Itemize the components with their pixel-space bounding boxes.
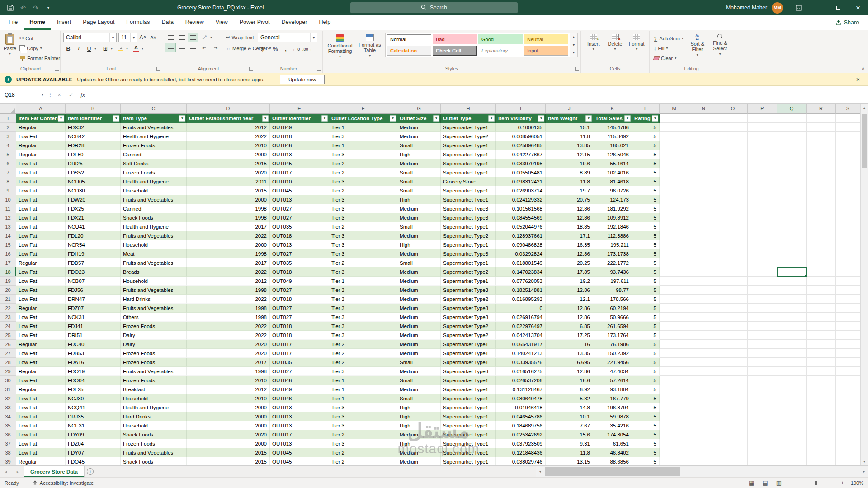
cell[interactable] (689, 304, 718, 313)
cell[interactable]: Tier 3 (329, 313, 397, 322)
cell[interactable]: Tier 3 (329, 231, 397, 240)
percent-style-button[interactable]: % (270, 44, 280, 54)
cell[interactable] (748, 412, 777, 421)
cell[interactable] (748, 286, 777, 295)
cell[interactable]: Medium (397, 123, 441, 132)
enter-entry-icon[interactable]: ✓ (65, 86, 77, 103)
cell[interactable] (718, 168, 748, 177)
cell[interactable] (718, 249, 748, 258)
insert-cells-button[interactable]: + Insert▾ (584, 33, 604, 52)
cell[interactable] (836, 349, 860, 358)
cell[interactable]: High (397, 421, 441, 430)
cell[interactable] (836, 430, 860, 439)
cell[interactable]: OUT027 (270, 249, 329, 258)
name-box-splitter[interactable]: ⋮ (47, 86, 53, 103)
cell[interactable] (660, 430, 689, 439)
cell[interactable]: NCK31 (66, 313, 121, 322)
cell[interactable] (777, 394, 807, 403)
cell[interactable] (660, 439, 689, 448)
row-header-1[interactable]: 1 (0, 114, 16, 123)
row-header-20[interactable]: 20 (0, 286, 16, 295)
cell[interactable] (718, 439, 748, 448)
cell[interactable]: Supermarket Type1 (441, 141, 496, 150)
cell[interactable]: Supermarket Type1 (441, 403, 496, 412)
cell[interactable]: 5 (632, 412, 660, 421)
cell[interactable]: Low Fat (16, 195, 66, 204)
row-header-9[interactable]: 9 (0, 186, 16, 195)
cell[interactable]: OUT046 (270, 376, 329, 385)
cell[interactable]: Snack Foods (121, 430, 187, 439)
cell[interactable]: 0.005505481 (496, 168, 546, 177)
cell[interactable]: 0.131128467 (496, 385, 546, 394)
italic-button[interactable]: I (74, 44, 84, 53)
cell[interactable] (807, 385, 836, 394)
cell[interactable] (718, 340, 748, 349)
menu-item-view[interactable]: View (210, 15, 234, 30)
cell[interactable]: Medium (397, 340, 441, 349)
cell[interactable] (777, 295, 807, 304)
cell[interactable] (777, 457, 807, 465)
cell[interactable]: Medium (397, 295, 441, 304)
row-header-5[interactable]: 5 (0, 150, 16, 159)
column-header-Q[interactable]: Q (777, 104, 807, 114)
cell[interactable]: Small (397, 177, 441, 186)
row-header-12[interactable]: 12 (0, 213, 16, 222)
cell[interactable]: 5 (632, 448, 660, 457)
cell[interactable]: Low Fat (16, 132, 66, 141)
row-header-38[interactable]: 38 (0, 448, 16, 457)
cell[interactable]: High (397, 412, 441, 421)
cell[interactable]: 12.86 (546, 313, 593, 322)
cell[interactable]: OUT018 (270, 331, 329, 340)
cell[interactable] (748, 439, 777, 448)
cell[interactable]: 2010 (187, 141, 270, 150)
cell[interactable]: Low Fat (16, 358, 66, 367)
cell[interactable] (748, 159, 777, 168)
cell[interactable]: 5 (632, 403, 660, 412)
cell[interactable] (777, 213, 807, 222)
align-center-button[interactable] (176, 43, 187, 52)
cell[interactable]: Low Fat (16, 277, 66, 286)
cell[interactable]: 102.4016 (593, 168, 632, 177)
cell[interactable] (718, 385, 748, 394)
cell[interactable] (777, 240, 807, 249)
cell[interactable] (807, 267, 836, 277)
cell[interactable]: 5 (632, 304, 660, 313)
cell[interactable]: 222.1772 (593, 258, 632, 267)
cell[interactable] (807, 412, 836, 421)
cell[interactable]: Tier 3 (329, 204, 397, 213)
cell[interactable]: FDL50 (66, 150, 121, 159)
scroll-up-icon[interactable]: ▴ (861, 104, 868, 112)
cell[interactable]: Tier 3 (329, 367, 397, 376)
cell[interactable]: 12.86 (546, 286, 593, 295)
menu-item-review[interactable]: Review (179, 15, 210, 30)
cell[interactable]: Tier 1 (329, 394, 397, 403)
cell[interactable]: 0.101561568 (496, 204, 546, 213)
cell[interactable] (807, 403, 836, 412)
cell[interactable]: Tier 2 (329, 358, 397, 367)
cell[interactable] (660, 123, 689, 132)
cell[interactable] (660, 231, 689, 240)
cell[interactable] (660, 403, 689, 412)
cell[interactable] (660, 448, 689, 457)
cell[interactable] (777, 222, 807, 231)
row-header-28[interactable]: 28 (0, 358, 16, 367)
cell[interactable] (689, 277, 718, 286)
cell[interactable]: Supermarket Type3 (441, 249, 496, 258)
decrease-decimal-button[interactable]: .00→ (302, 44, 313, 54)
cell[interactable] (718, 403, 748, 412)
cell[interactable]: 17.1 (546, 231, 593, 240)
cell[interactable]: 15.1 (546, 123, 593, 132)
row-header-37[interactable]: 37 (0, 439, 16, 448)
cell[interactable]: 81.4618 (593, 177, 632, 186)
column-header-J[interactable]: J (546, 104, 593, 114)
cell[interactable]: Fruits and Vegetables (121, 286, 187, 295)
cell[interactable]: 115.3492 (593, 132, 632, 141)
cell[interactable]: 12.86 (546, 204, 593, 213)
cell[interactable]: Fruits and Vegetables (121, 367, 187, 376)
row-header-35[interactable]: 35 (0, 421, 16, 430)
cell[interactable] (777, 439, 807, 448)
cell[interactable]: OUT049 (270, 277, 329, 286)
cell[interactable] (689, 186, 718, 195)
cell[interactable]: 0.077628053 (496, 277, 546, 286)
cell[interactable]: Dairy (121, 331, 187, 340)
